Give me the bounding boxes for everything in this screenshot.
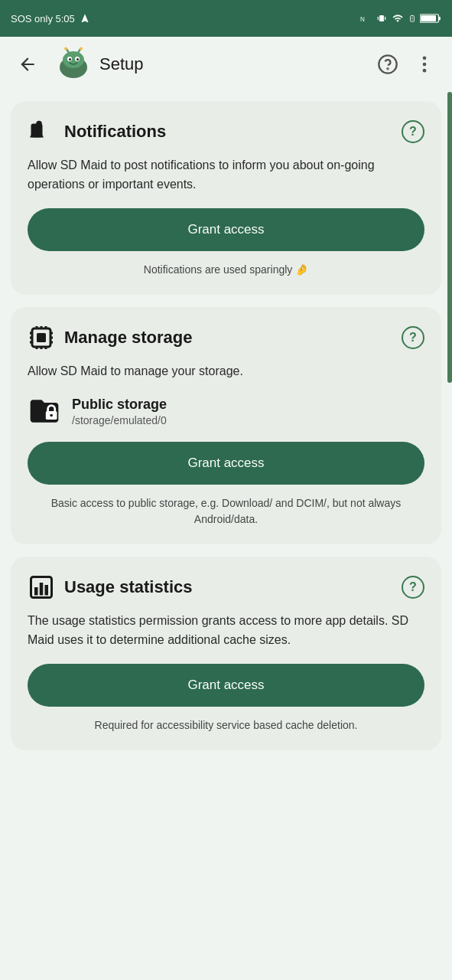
usage-statistics-title-row: Usage statistics (28, 573, 193, 601)
manage-storage-title: Manage storage (64, 328, 193, 348)
svg-point-22 (387, 68, 388, 69)
usage-statistics-note: Required for accessibility service based… (28, 717, 424, 733)
back-button[interactable] (12, 49, 43, 80)
svg-rect-47 (45, 585, 49, 596)
app-logo (55, 46, 92, 83)
public-storage-name: Public storage (72, 397, 167, 413)
usage-statistics-card: Usage statistics ? The usage statistics … (11, 557, 441, 750)
status-text: SOS only 5:05 (11, 13, 75, 24)
back-arrow-icon (18, 54, 37, 74)
svg-text:N: N (360, 16, 365, 23)
manage-storage-grant-button[interactable]: Grant access (28, 442, 424, 485)
notifications-grant-button[interactable]: Grant access (28, 208, 424, 251)
app-bar-title: Setup (55, 46, 360, 83)
svg-point-23 (423, 57, 427, 60)
svg-rect-45 (34, 587, 38, 596)
notifications-title-row: Notifications (28, 118, 166, 145)
svg-rect-3 (385, 17, 385, 21)
manage-storage-help-icon[interactable]: ? (402, 326, 424, 349)
svg-rect-2 (378, 17, 379, 21)
svg-point-15 (69, 58, 71, 60)
battery-icon (420, 13, 441, 24)
notifications-body: Allow SD Maid to post notifications to i… (28, 156, 424, 194)
location-icon (80, 13, 90, 24)
help-circle-icon (377, 54, 398, 75)
svg-point-12 (63, 51, 84, 68)
bar-chart-icon (28, 573, 55, 601)
svg-point-18 (64, 47, 67, 51)
notifications-help-icon[interactable]: ? (402, 120, 424, 143)
svg-rect-5 (411, 15, 414, 16)
usage-statistics-grant-button[interactable]: Grant access (28, 664, 424, 707)
svg-rect-9 (439, 17, 441, 21)
usage-statistics-help-icon[interactable]: ? (402, 576, 424, 599)
manage-storage-body: Allow SD Maid to manage your storage. (28, 362, 424, 381)
storage-chip-icon (28, 324, 55, 351)
storage-item-text: Public storage /storage/emulated/0 (72, 397, 167, 426)
app-bar-actions (372, 49, 440, 80)
scrollbar[interactable] (447, 92, 452, 383)
overflow-menu-button[interactable] (409, 49, 440, 80)
notifications-note: Notifications are used sparingly 🤌 (28, 262, 424, 278)
status-bar: SOS only 5:05 N (0, 0, 452, 37)
svg-point-16 (76, 58, 79, 60)
manage-storage-note: Basic access to public storage, e.g. Dow… (28, 495, 424, 528)
usage-statistics-title: Usage statistics (64, 577, 193, 597)
wifi-icon (391, 13, 405, 24)
app-bar-title-text: Setup (99, 54, 144, 74)
svg-rect-10 (421, 15, 436, 21)
nfc-icon: N (359, 13, 372, 24)
app-bar: Setup (0, 37, 452, 92)
battery-alert-icon (408, 13, 416, 24)
svg-rect-29 (37, 333, 46, 342)
public-storage-item: Public storage /storage/emulated/0 (28, 394, 424, 428)
help-button[interactable] (372, 49, 403, 80)
svg-point-24 (423, 63, 427, 67)
scroll-area: Notifications ? Allow SD Maid to post no… (0, 92, 452, 781)
svg-point-25 (423, 69, 427, 73)
notifications-icon (28, 118, 55, 145)
status-right: N (359, 13, 441, 24)
usage-statistics-card-header: Usage statistics ? (28, 573, 424, 601)
folder-lock-icon (28, 394, 61, 428)
overflow-icon (414, 54, 435, 75)
svg-point-43 (50, 414, 53, 417)
notifications-card-header: Notifications ? (28, 118, 424, 145)
status-left: SOS only 5:05 (11, 13, 90, 24)
svg-rect-1 (379, 15, 384, 21)
notifications-card: Notifications ? Allow SD Maid to post no… (11, 101, 441, 295)
manage-storage-title-row: Manage storage (28, 324, 193, 351)
public-storage-path: /storage/emulated/0 (72, 414, 167, 426)
notifications-title: Notifications (64, 122, 166, 142)
svg-point-27 (36, 121, 42, 127)
svg-point-20 (80, 47, 83, 51)
vibrate-icon (376, 13, 387, 24)
manage-storage-card-header: Manage storage ? (28, 324, 424, 351)
manage-storage-card: Manage storage ? Allow SD Maid to manage… (11, 307, 441, 545)
svg-point-7 (412, 20, 413, 21)
usage-statistics-body: The usage statistics permission grants a… (28, 612, 424, 650)
svg-rect-46 (40, 583, 44, 596)
